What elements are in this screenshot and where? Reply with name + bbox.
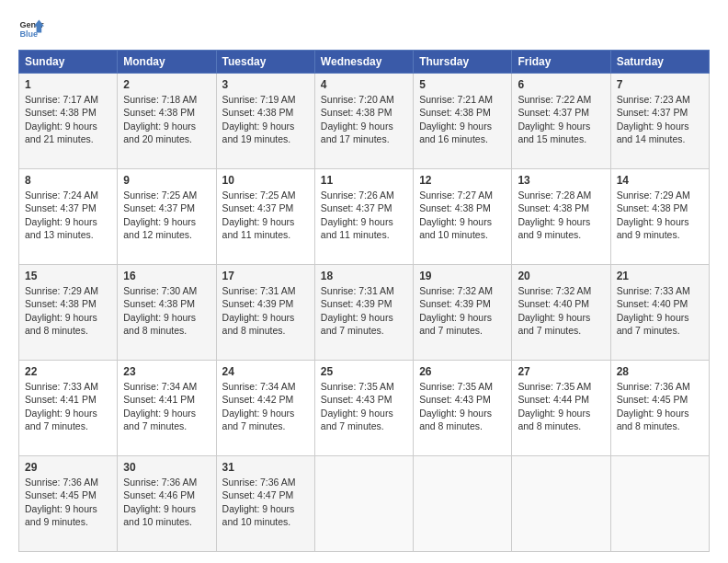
logo-icon: General Blue <box>18 15 44 40</box>
calendar-cell: 4Sunrise: 7:20 AMSunset: 4:38 PMDaylight… <box>314 74 413 169</box>
day-info: and 16 minutes. <box>419 132 506 145</box>
calendar-header: SundayMondayTuesdayWednesdayThursdayFrid… <box>19 51 710 74</box>
day-info: Sunset: 4:38 PM <box>419 106 506 119</box>
day-info: Sunrise: 7:32 AM <box>518 284 604 297</box>
day-number: 2 <box>123 77 210 92</box>
day-info: Daylight: 9 hours <box>321 120 407 132</box>
day-info: and 8 minutes. <box>123 324 210 337</box>
day-info: and 14 minutes. <box>617 132 703 145</box>
day-info: Sunset: 4:45 PM <box>617 393 703 406</box>
calendar-cell: 9Sunrise: 7:25 AMSunset: 4:37 PMDaylight… <box>118 169 216 265</box>
day-info: Daylight: 9 hours <box>419 311 506 324</box>
day-info: Sunset: 4:42 PM <box>222 393 309 406</box>
day-number: 1 <box>25 77 111 92</box>
day-info: Daylight: 9 hours <box>222 120 309 132</box>
day-info: Daylight: 9 hours <box>25 120 111 132</box>
calendar-cell: 1Sunrise: 7:17 AMSunset: 4:38 PMDaylight… <box>19 74 118 169</box>
day-info: Sunset: 4:38 PM <box>617 201 703 214</box>
day-info: and 7 minutes. <box>25 419 111 432</box>
day-info: Sunset: 4:38 PM <box>419 201 506 214</box>
day-info: Daylight: 9 hours <box>123 502 210 515</box>
day-info: Sunrise: 7:20 AM <box>321 93 407 106</box>
day-number: 16 <box>123 269 210 283</box>
calendar-cell: 14Sunrise: 7:29 AMSunset: 4:38 PMDayligh… <box>610 169 709 265</box>
day-info: Sunrise: 7:25 AM <box>123 189 210 201</box>
day-number: 12 <box>419 173 506 188</box>
calendar-cell: 12Sunrise: 7:27 AMSunset: 4:38 PMDayligh… <box>414 169 512 265</box>
day-info: Daylight: 9 hours <box>321 311 407 324</box>
logo: General Blue <box>18 15 44 40</box>
calendar-page: General Blue SundayMondayTuesdayWednesda… <box>0 0 728 563</box>
day-info: Sunrise: 7:33 AM <box>25 380 111 393</box>
day-info: Daylight: 9 hours <box>321 407 407 419</box>
day-info: Sunrise: 7:18 AM <box>123 93 210 106</box>
day-info: and 13 minutes. <box>25 228 111 241</box>
day-info: and 8 minutes. <box>518 419 604 432</box>
day-info: Sunrise: 7:22 AM <box>518 93 604 106</box>
day-info: Daylight: 9 hours <box>321 215 407 228</box>
calendar-cell: 11Sunrise: 7:26 AMSunset: 4:37 PMDayligh… <box>314 169 413 265</box>
day-info: Daylight: 9 hours <box>25 502 111 515</box>
day-info: Sunset: 4:38 PM <box>518 201 604 214</box>
day-info: Daylight: 9 hours <box>222 502 309 515</box>
weekday-header-friday: Friday <box>512 51 610 74</box>
calendar-cell: 17Sunrise: 7:31 AMSunset: 4:39 PMDayligh… <box>216 265 314 361</box>
day-info: Sunset: 4:40 PM <box>518 297 604 310</box>
weekday-header-tuesday: Tuesday <box>216 51 314 74</box>
day-number: 8 <box>25 173 111 188</box>
calendar-cell: 10Sunrise: 7:25 AMSunset: 4:37 PMDayligh… <box>216 169 314 265</box>
calendar-cell: 31Sunrise: 7:36 AMSunset: 4:47 PMDayligh… <box>216 456 314 552</box>
day-info: Sunset: 4:39 PM <box>321 297 407 310</box>
day-number: 14 <box>617 173 703 188</box>
day-info: and 9 minutes. <box>25 515 111 528</box>
calendar-cell: 30Sunrise: 7:36 AMSunset: 4:46 PMDayligh… <box>118 456 216 552</box>
day-info: Sunrise: 7:29 AM <box>617 189 703 201</box>
day-info: and 8 minutes. <box>419 419 506 432</box>
week-row-4: 22Sunrise: 7:33 AMSunset: 4:41 PMDayligh… <box>19 361 710 456</box>
day-info: Sunrise: 7:25 AM <box>222 189 309 201</box>
day-info: and 11 minutes. <box>321 228 407 241</box>
day-number: 22 <box>25 364 111 379</box>
day-info: Daylight: 9 hours <box>617 407 703 419</box>
day-number: 6 <box>518 77 604 92</box>
day-info: Daylight: 9 hours <box>222 407 309 419</box>
day-info: Sunset: 4:38 PM <box>25 297 111 310</box>
day-info: Sunset: 4:41 PM <box>123 393 210 406</box>
day-info: Sunrise: 7:23 AM <box>617 93 703 106</box>
day-info: Daylight: 9 hours <box>518 311 604 324</box>
day-info: Sunset: 4:37 PM <box>25 201 111 214</box>
calendar-cell <box>610 456 709 552</box>
weekday-header-monday: Monday <box>118 51 216 74</box>
day-info: Daylight: 9 hours <box>123 311 210 324</box>
calendar-cell: 13Sunrise: 7:28 AMSunset: 4:38 PMDayligh… <box>512 169 610 265</box>
day-info: Sunrise: 7:29 AM <box>25 284 111 297</box>
day-number: 31 <box>222 460 309 475</box>
week-row-5: 29Sunrise: 7:36 AMSunset: 4:45 PMDayligh… <box>19 456 710 552</box>
calendar-cell: 19Sunrise: 7:32 AMSunset: 4:39 PMDayligh… <box>414 265 512 361</box>
calendar-cell: 16Sunrise: 7:30 AMSunset: 4:38 PMDayligh… <box>118 265 216 361</box>
day-info: and 15 minutes. <box>518 132 604 145</box>
day-info: and 21 minutes. <box>25 132 111 145</box>
calendar-table: SundayMondayTuesdayWednesdayThursdayFrid… <box>18 50 710 552</box>
calendar-cell: 20Sunrise: 7:32 AMSunset: 4:40 PMDayligh… <box>512 265 610 361</box>
day-info: Sunrise: 7:19 AM <box>222 93 309 106</box>
calendar-cell: 15Sunrise: 7:29 AMSunset: 4:38 PMDayligh… <box>19 265 118 361</box>
header: General Blue <box>18 15 710 40</box>
calendar-cell: 25Sunrise: 7:35 AMSunset: 4:43 PMDayligh… <box>314 361 413 456</box>
day-info: Sunset: 4:45 PM <box>25 488 111 501</box>
day-info: and 7 minutes. <box>518 324 604 337</box>
day-info: and 7 minutes. <box>222 419 309 432</box>
calendar-cell: 22Sunrise: 7:33 AMSunset: 4:41 PMDayligh… <box>19 361 118 456</box>
weekday-header-wednesday: Wednesday <box>314 51 413 74</box>
day-info: Sunset: 4:37 PM <box>617 106 703 119</box>
day-info: and 7 minutes. <box>321 419 407 432</box>
day-info: Sunrise: 7:36 AM <box>222 476 309 488</box>
calendar-cell: 3Sunrise: 7:19 AMSunset: 4:38 PMDaylight… <box>216 74 314 169</box>
calendar-cell: 23Sunrise: 7:34 AMSunset: 4:41 PMDayligh… <box>118 361 216 456</box>
day-info: Daylight: 9 hours <box>123 120 210 132</box>
day-info: and 10 minutes. <box>222 515 309 528</box>
weekday-header-thursday: Thursday <box>414 51 512 74</box>
day-info: Sunrise: 7:17 AM <box>25 93 111 106</box>
day-number: 24 <box>222 364 309 379</box>
day-info: Daylight: 9 hours <box>518 215 604 228</box>
